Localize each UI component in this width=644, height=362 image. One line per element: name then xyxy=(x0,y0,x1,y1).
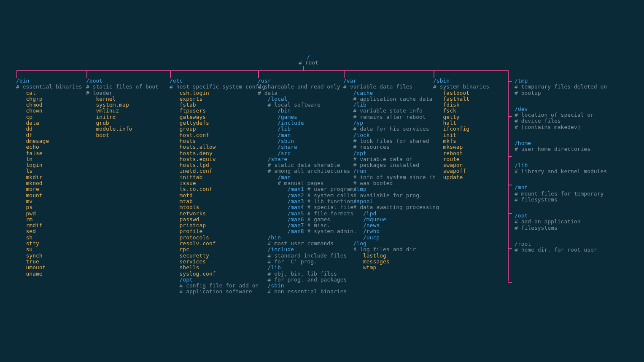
column-right: /tmp# temporary files deleted on# bootup… xyxy=(515,78,607,253)
usr-sub2: /share xyxy=(258,144,357,150)
comment: # among all architectures xyxy=(258,168,357,174)
comment: # static data sharable xyxy=(258,162,357,168)
comment: # obj, bin, lib files xyxy=(258,271,357,277)
etc-item: services xyxy=(170,259,265,265)
var-subdir: /yp xyxy=(343,120,439,126)
usr-sub2: /man xyxy=(258,174,357,180)
tree-line xyxy=(508,70,509,281)
boot-item: system.map xyxy=(86,102,159,108)
bin-item: false xyxy=(16,150,82,156)
comment: # manual pages xyxy=(258,180,357,186)
var-subdir: /tmp xyxy=(343,186,439,192)
man-section: /man8 xyxy=(258,228,304,234)
column-var: /var# variable data files /cache # appli… xyxy=(343,78,439,271)
bin-item: df xyxy=(16,132,82,138)
comment: # user home directories xyxy=(515,146,607,152)
comment: # local software xyxy=(258,102,357,108)
bin-item: synch xyxy=(16,253,82,259)
comment: # available for prog. xyxy=(343,193,439,198)
column-etc: /etc# host specific system config csh.lo… xyxy=(170,78,265,295)
usr-sub2: /bin xyxy=(258,108,357,114)
etc-item: hosts.equiv xyxy=(170,156,265,162)
etc-item: protocols xyxy=(170,235,265,241)
bin-item: login xyxy=(16,162,82,168)
bin-item: cp xyxy=(16,114,82,120)
comment: # variable state info xyxy=(343,108,439,114)
man-section: /man6 xyxy=(258,216,304,223)
sbin-item: fsck xyxy=(433,108,489,114)
bin-item: echo xyxy=(16,144,82,150)
bin-item: stty xyxy=(16,241,82,247)
usr-subdir: /include xyxy=(258,247,357,252)
comment: # static files of boot xyxy=(86,84,159,90)
boot-item: kernel xyxy=(86,96,159,102)
boot-item: boot xyxy=(86,132,159,138)
etc-item: hosts.deny xyxy=(170,150,265,156)
sbin-item: init xyxy=(433,132,489,138)
comment: # bootup xyxy=(515,90,607,96)
etc-item: inittab xyxy=(170,174,265,180)
bin-item: more xyxy=(16,186,82,192)
usr-subdir: /lib xyxy=(258,265,357,271)
etc-item: mtools xyxy=(170,204,265,210)
bin-item: mknod xyxy=(16,180,82,186)
etc-item: fstab xyxy=(170,102,265,108)
var-subdir: /lock xyxy=(343,132,439,138)
usr-sub2: /games xyxy=(258,114,357,120)
bin-item: ls xyxy=(16,168,82,174)
comment: # standard include files xyxy=(258,253,357,259)
etc-item: passwd xyxy=(170,217,265,223)
bin-item: mkdir xyxy=(16,174,82,180)
bin-item: true xyxy=(16,259,82,265)
bin-item: umount xyxy=(16,265,82,271)
comment: # packages installed xyxy=(343,162,439,168)
comment: # temporary files deleted on xyxy=(515,84,607,90)
boot-item: initrd xyxy=(86,114,159,120)
sbin-item: mkfs xyxy=(433,138,489,144)
comment: # was booted xyxy=(343,180,439,186)
column-boot: /boot# static files of boot# loader kern… xyxy=(86,78,159,138)
usr-sub2: /sbin xyxy=(258,138,357,144)
comment: # application software xyxy=(170,289,265,295)
root-path: / xyxy=(299,54,318,60)
comment: # remains after reboot xyxy=(343,114,439,120)
usr-subdir: /share xyxy=(258,156,357,162)
column-bin: /bin# essential binaries cat chgrp chmod… xyxy=(16,78,82,277)
bin-item: su xyxy=(16,247,82,252)
bin-item: sed xyxy=(16,228,82,234)
comment: # application cache data xyxy=(343,96,439,102)
usr-sub2: /man xyxy=(258,132,357,138)
root-node: / # root xyxy=(299,54,318,66)
dir-bin: /bin xyxy=(16,78,82,84)
right-dir: /lib xyxy=(515,163,607,169)
bin-item: chgrp xyxy=(16,96,82,102)
bin-item: sh xyxy=(16,235,82,241)
sbin-item: fdisk xyxy=(433,102,489,108)
usr-subdir: /bin xyxy=(258,235,357,241)
etc-item: group xyxy=(170,126,265,132)
comment: # device files xyxy=(515,118,607,124)
comment: # loader xyxy=(86,90,159,96)
comment: # add-on application xyxy=(515,219,607,225)
etc-item: securetty xyxy=(170,253,265,259)
usr-sub2: /src xyxy=(258,150,357,156)
etc-item: gateways xyxy=(170,114,265,120)
etc-item: mtab xyxy=(170,198,265,204)
tree-line xyxy=(434,70,434,78)
etc-item: shells xyxy=(170,265,265,271)
etc-item: hosts.lpd xyxy=(170,162,265,168)
etc-item: profile xyxy=(170,228,265,234)
sbin-item: mkswap xyxy=(433,144,489,150)
bin-item: ln xyxy=(16,156,82,162)
tree-stub xyxy=(508,282,512,283)
dir-sbin: /sbin xyxy=(433,78,489,84)
man-section: /man5 xyxy=(258,210,304,217)
tree-stub xyxy=(508,213,512,214)
root-comment: # root xyxy=(299,60,318,66)
etc-item: networks xyxy=(170,211,265,217)
usr-sub2: /lib xyxy=(258,126,357,132)
comment: # data xyxy=(258,90,357,96)
sbin-item: fastboot xyxy=(433,90,489,96)
etc-item: rpc xyxy=(170,247,265,252)
comment: # lock files for shared xyxy=(343,138,439,144)
